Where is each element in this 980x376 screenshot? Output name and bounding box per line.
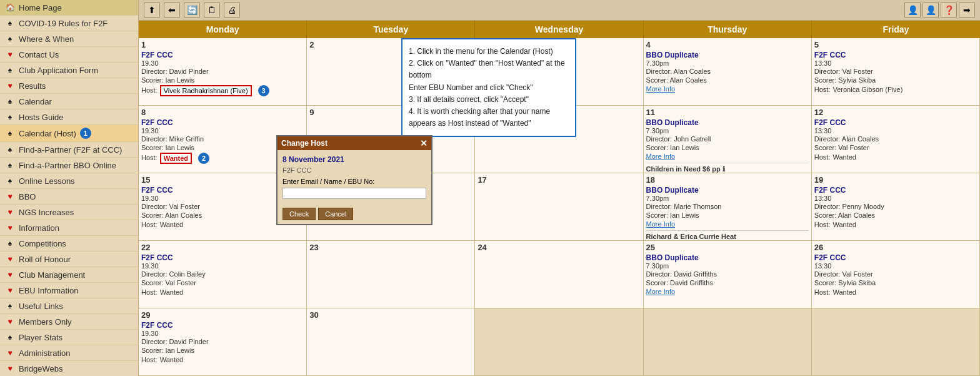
sidebar-label: Members Only [19,317,72,327]
event-title[interactable]: F2F CCC [814,186,977,195]
event-title[interactable]: F2F CCC [814,118,977,127]
sidebar-label: EBU Information [19,286,78,295]
host-label: Host: [141,86,158,94]
calendar-cell: 23 [307,241,475,308]
event-time: 19.30 [141,59,304,67]
sidebar-item-results[interactable]: ♥Results [0,78,138,94]
calendar-cell: 18BBO Duplicate7.30pmDirector: Marie Tho… [644,173,812,241]
calendar-tooltip: 1. Click in the menu for the Calendar (H… [401,38,576,137]
modal-close-btn[interactable]: ✕ [420,138,428,148]
sidebar-item-members-only[interactable]: ♥Members Only [0,314,138,330]
event-title[interactable]: F2F CCC [141,321,304,330]
sidebar-label: Administration [19,348,70,358]
calendar-cell: 11BBO Duplicate7.30pmDirector: John Gatr… [644,106,812,173]
sidebar-item-competitions[interactable]: ♠Competitions [0,236,138,252]
event-title[interactable]: BBO Duplicate [646,253,809,262]
sidebar-item-bridgewebs[interactable]: ♥BridgeWebs [0,361,138,376]
toolbar-help-btn[interactable]: ❓ [941,3,957,18]
sidebar-item-ebu-information[interactable]: ♥EBU Information [0,283,138,298]
host-value[interactable]: Wanted [832,220,856,229]
host-label: Host: [814,153,831,161]
sidebar-item-useful-links[interactable]: ♠Useful Links [0,298,138,314]
sidebar-item-calendar[interactable]: ♠Calendar [0,94,138,109]
event-title[interactable]: F2F CCC [141,118,304,127]
sidebar-item-online-lessons[interactable]: ♠Online Lessons [0,173,138,189]
sidebar-label: BBO [19,192,36,201]
nav-up-btn[interactable]: ⬆ [144,3,160,18]
sidebar-item-home-page[interactable]: 🏠Home Page [0,0,138,16]
more-info-link[interactable]: More Info [646,153,809,160]
spade-icon: ♠ [5,238,15,248]
host-value[interactable]: Wanted [160,355,184,364]
more-info-link[interactable]: More Info [646,288,809,295]
host-value[interactable]: Wanted [160,220,184,229]
host-value[interactable]: Wanted [832,288,856,297]
sidebar-item-calendar--host-[interactable]: ♠Calendar (Host)1 [0,125,138,142]
modal-title: Change Host [281,139,328,148]
modal-date: 8 November 2021 [282,155,426,164]
sidebar-badge: 1 [80,128,91,139]
sidebar-item-ngs-increases[interactable]: ♥NGS Increases [0,205,138,220]
host-value[interactable]: Wanted [160,153,192,164]
nav-grid-btn[interactable]: 🗒 [204,3,220,18]
toolbar-icon2[interactable]: 👤 [922,3,939,18]
heart-icon: ♥ [5,348,15,358]
sidebar-item-find-a-partner--f2f-at-ccc-[interactable]: ♠Find-a-Partner (F2F at CCC) [0,142,138,158]
spade-icon: ♠ [5,112,15,122]
event-title[interactable]: F2F CCC [814,253,977,262]
event-title[interactable]: F2F CCC [141,51,304,59]
sidebar-item-club-application-form[interactable]: ♠Club Application Form [0,63,138,78]
event-scorer: Scorer: Ian Lewis [141,346,304,355]
day-number: 22 [141,243,304,252]
toolbar-icon1[interactable]: 👤 [904,3,921,18]
sidebar-item-find-a-partner-bbo-online[interactable]: ♠Find-a-Partner BBO Online [0,158,138,173]
host-value[interactable]: Vivek Radhakrishnan (Five) [160,85,252,96]
extra-event-title: Richard & Erica Currie Heat [646,232,809,241]
host-value[interactable]: Veronica Gibson (Five) [832,85,902,94]
event-scorer: Scorer: David Griffiths [646,278,809,287]
sidebar-label: COVID-19 Rules for F2F [19,19,108,28]
nav-back-btn[interactable]: ⬅ [164,3,180,18]
host-row: Host: Vivek Radhakrishnan (Five)3 [141,85,304,96]
event-title[interactable]: F2F CCC [141,253,304,262]
sidebar-label: Information [19,223,59,233]
event-time: 19.30 [141,262,304,270]
sidebar-item-where---when[interactable]: ♠Where & When [0,31,138,47]
event-title[interactable]: BBO Duplicate [646,118,809,127]
check-button[interactable]: Check [282,208,316,220]
sidebar-item-club-management[interactable]: ♥Club Management [0,267,138,283]
sidebar-label: Results [19,81,46,91]
event-director: Director: Alan Coales [814,135,977,143]
host-value[interactable]: Wanted [160,288,184,297]
sidebar-item-roll-of-honour[interactable]: ♥Roll of Honour [0,252,138,267]
sidebar-item-hosts-guide[interactable]: ♠Hosts Guide [0,109,138,125]
tooltip-line: 2. Click on "Wanted" then "Host Wanted" … [409,58,569,81]
modal-ebu-input[interactable] [282,188,426,199]
host-label: Host: [814,85,831,94]
event-time: 19.30 [141,330,304,337]
day-number: 25 [646,243,809,252]
event-title[interactable]: BBO Duplicate [646,51,809,59]
nav-refresh-btn[interactable]: 🔄 [184,3,200,18]
sidebar-item-player-stats[interactable]: ♠Player Stats [0,330,138,345]
nav-print-btn[interactable]: 🖨 [224,3,240,18]
sidebar-item-bbo[interactable]: ♥BBO [0,189,138,205]
event-title[interactable]: F2F CCC [814,51,977,59]
more-info-link[interactable]: More Info [646,220,809,228]
sidebar-item-contact-us[interactable]: ♥Contact Us [0,47,138,63]
spade-icon: ♠ [5,128,15,138]
sidebar-item-administration[interactable]: ♥Administration [0,345,138,361]
sidebar-label: Calendar [19,97,52,106]
event-title[interactable]: BBO Duplicate [646,186,809,195]
event-director: Director: David Pinder [141,67,304,76]
sidebar-item-covid-19-rules-for-f2f[interactable]: ♠COVID-19 Rules for F2F [0,16,138,31]
sidebar-item-information[interactable]: ♥Information [0,220,138,236]
host-badge: 3 [258,85,269,96]
toolbar-forward-btn[interactable]: ➡ [959,3,975,18]
event-time: 13:30 [814,195,977,202]
more-info-link[interactable]: More Info [646,85,809,93]
host-value[interactable]: Wanted [832,153,856,161]
day-number: 12 [814,108,977,117]
cancel-button[interactable]: Cancel [318,208,353,220]
day-number: 11 [646,108,809,117]
